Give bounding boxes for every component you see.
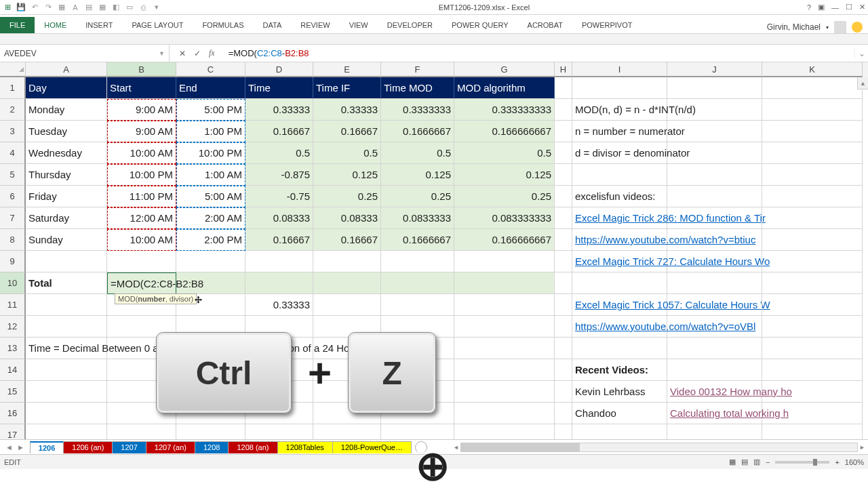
cell[interactable] [667, 251, 762, 272]
cell[interactable] [762, 316, 863, 338]
cell[interactable] [107, 251, 176, 272]
cell[interactable] [381, 251, 454, 272]
cell[interactable] [762, 381, 863, 403]
scroll-right-icon[interactable]: ► [859, 444, 865, 451]
col-header[interactable]: G [454, 62, 555, 77]
view-layout-icon[interactable]: ▤ [741, 458, 748, 466]
cell[interactable] [555, 207, 572, 229]
name-box-dropdown-icon[interactable]: ▼ [159, 50, 165, 57]
cell[interactable]: 0.16667 [313, 229, 381, 251]
formula-bar-expand-icon[interactable]: ⌄ [854, 49, 868, 58]
cell[interactable] [555, 359, 572, 381]
cell[interactable]: n = number = numerator [572, 121, 667, 142]
qat-icon[interactable]: ▾ [152, 3, 161, 12]
row-header[interactable]: 13 [0, 338, 26, 359]
cell[interactable]: 2:00 AM [176, 207, 245, 229]
ribbon-tab[interactable]: POWER QUERY [442, 17, 518, 33]
cell[interactable] [313, 251, 381, 272]
cell[interactable] [762, 77, 863, 99]
cell[interactable] [454, 316, 555, 338]
cell[interactable] [555, 99, 572, 121]
cell[interactable]: d = divisor = denominator [572, 142, 667, 164]
cell[interactable]: 1:00 AM [176, 164, 245, 186]
cell[interactable]: 0.125 [454, 164, 555, 186]
cell[interactable]: Excel Magic Trick 286: MOD function & Ti… [572, 207, 667, 229]
cell[interactable]: Monday [26, 99, 107, 121]
cell[interactable]: 0.33333 [313, 99, 381, 121]
col-header[interactable]: A [26, 62, 107, 77]
sheet-tab[interactable]: 1206 (an) [63, 441, 113, 453]
cell[interactable] [555, 251, 572, 272]
ribbon-tab[interactable]: INSERT [76, 17, 122, 33]
cell[interactable]: Kevin Lehrbass [572, 381, 667, 403]
cell[interactable] [555, 229, 572, 251]
new-sheet-button[interactable]: ⊕ [415, 441, 427, 453]
cell[interactable] [454, 272, 555, 294]
cell[interactable] [572, 164, 667, 186]
help-icon[interactable]: ? [807, 3, 811, 12]
user-dropdown-icon[interactable]: ▾ [826, 24, 829, 30]
col-header[interactable]: I [572, 62, 667, 77]
cell[interactable]: Chandoo [572, 403, 667, 424]
cell[interactable]: 0.166666667 [454, 121, 555, 142]
cell[interactable] [762, 338, 863, 359]
cell[interactable] [26, 316, 107, 338]
cell[interactable]: 12:00 AM [107, 207, 176, 229]
ribbon-tab[interactable]: DEVELOPER [378, 17, 442, 33]
cell[interactable] [572, 424, 667, 439]
cell[interactable]: Time [245, 77, 313, 99]
row-header[interactable]: 11 [0, 294, 26, 316]
cell[interactable] [667, 316, 762, 338]
qat-icon[interactable]: ⎙ [138, 3, 148, 12]
cell[interactable]: Start [107, 77, 176, 99]
close-icon[interactable]: ✕ [859, 3, 865, 12]
row-header[interactable]: 8 [0, 229, 26, 251]
cell[interactable] [762, 164, 863, 186]
row-header[interactable]: 12 [0, 316, 26, 338]
cell[interactable]: 0.16667 [245, 121, 313, 142]
cell[interactable]: 10:00 PM [176, 142, 245, 164]
cell[interactable] [555, 424, 572, 439]
cell[interactable] [26, 251, 107, 272]
cell[interactable]: 10:00 AM [107, 142, 176, 164]
cell[interactable] [26, 403, 107, 424]
cell[interactable]: excelisfun videos: [572, 186, 667, 207]
cell[interactable]: End [176, 77, 245, 99]
cell[interactable]: Saturday [26, 207, 107, 229]
ribbon-options-icon[interactable]: ▣ [818, 3, 825, 12]
minimize-icon[interactable]: — [831, 3, 839, 12]
col-header[interactable]: E [313, 62, 381, 77]
scroll-thumb[interactable] [461, 443, 580, 451]
cell[interactable]: 0.1666667 [381, 121, 454, 142]
cell[interactable] [762, 359, 863, 381]
ribbon-tab[interactable]: ACROBAT [518, 17, 572, 33]
cell[interactable]: Wednesday [26, 142, 107, 164]
cell[interactable] [176, 251, 245, 272]
cancel-icon[interactable]: ✕ [179, 49, 186, 58]
col-header[interactable]: D [245, 62, 313, 77]
cell[interactable] [381, 272, 454, 294]
cell[interactable]: 5:00 PM [176, 99, 245, 121]
cell[interactable]: Time = Decimal Between 0 and 1 Represent… [26, 338, 107, 359]
cell[interactable] [762, 424, 863, 439]
cell[interactable] [762, 207, 863, 229]
cell[interactable] [555, 142, 572, 164]
zoom-out-icon[interactable]: − [766, 458, 770, 466]
cell[interactable] [555, 338, 572, 359]
cell[interactable]: MOD algorithm [454, 77, 555, 99]
cell[interactable]: 0.0833333 [381, 207, 454, 229]
cell[interactable] [176, 424, 245, 439]
cell[interactable]: 0.08333 [313, 207, 381, 229]
cell[interactable]: -0.75 [245, 186, 313, 207]
col-header[interactable]: B [107, 62, 176, 77]
cell[interactable] [667, 99, 762, 121]
col-header[interactable]: K [762, 62, 863, 77]
cell[interactable] [667, 121, 762, 142]
redo-icon[interactable]: ↷ [43, 3, 53, 12]
name-box[interactable]: AVEDEV ▼ [0, 45, 170, 62]
zoom-in-icon[interactable]: + [835, 458, 839, 466]
cell[interactable] [762, 251, 863, 272]
ribbon-tab[interactable]: REVIEW [291, 17, 339, 33]
cell[interactable] [454, 403, 555, 424]
save-icon[interactable]: 💾 [16, 3, 26, 12]
